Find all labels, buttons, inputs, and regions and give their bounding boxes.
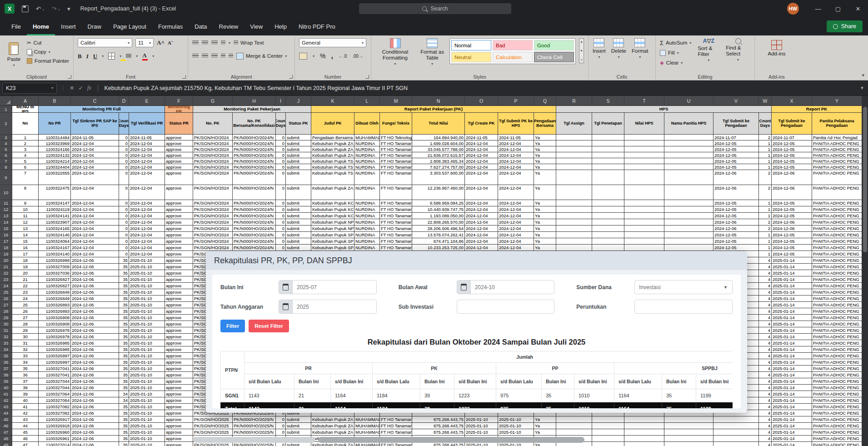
- cell-X16[interactable]: 2024-12-05: [772, 232, 812, 238]
- cell-V46[interactable]: [713, 423, 759, 429]
- cell-O45[interactable]: 2025-01-10: [465, 416, 498, 423]
- cell-X6[interactable]: 2024-12-05: [772, 152, 812, 158]
- cell-V7[interactable]: 2024-12-05: [713, 158, 759, 164]
- cell-F25[interactable]: approve: [165, 289, 193, 296]
- filter-input-tahun-anggaran[interactable]: 2025: [279, 300, 377, 314]
- cell-C14[interactable]: 2024-12-04: [71, 219, 119, 226]
- cell-A44[interactable]: 42: [12, 410, 39, 416]
- cell-J18[interactable]: submit: [286, 245, 311, 251]
- cell-U5[interactable]: [664, 146, 713, 152]
- cell-X26[interactable]: 2025-01-14: [772, 296, 812, 302]
- cell-C17[interactable]: 2024-12-04: [71, 238, 119, 245]
- cell-D10[interactable]: 0: [119, 185, 129, 200]
- cell-X8[interactable]: 2024-12-05: [772, 164, 812, 170]
- group-header[interactable]: Report PK: [772, 106, 862, 113]
- cell-W19[interactable]: 1: [759, 251, 772, 257]
- cell-K18[interactable]: Kebutuhan Pupuk SP: [311, 245, 354, 251]
- cell-L45[interactable]: MUHAMMAD: [354, 416, 380, 423]
- cell-A37[interactable]: 35: [12, 366, 39, 372]
- row-header-34[interactable]: 34: [0, 346, 12, 353]
- cell-Y28[interactable]: PANITIA ADHOC PENG: [812, 308, 862, 315]
- cell-Y9[interactable]: PANITIA ADHOC PENG: [812, 170, 862, 185]
- cell-C34[interactable]: 2024-12-06: [71, 346, 119, 353]
- cell-N12[interactable]: 10.440.939.747,75: [412, 206, 465, 213]
- row-header-18[interactable]: 18: [0, 245, 12, 251]
- cell-N5[interactable]: 33.045.577.788,00: [412, 146, 465, 152]
- copy-button[interactable]: Copy ▾: [27, 47, 69, 56]
- row-header-48[interactable]: 48: [0, 436, 12, 442]
- header-cell-Y[interactable]: Panitia Pelaksana Pengadaan: [812, 113, 862, 135]
- cell-L8[interactable]: NURDINA: [354, 164, 380, 170]
- row-header-19[interactable]: 19: [0, 251, 12, 257]
- cell-F30[interactable]: approve: [165, 321, 193, 327]
- cell-F39[interactable]: approve: [165, 378, 193, 385]
- cell-C31[interactable]: 2024-12-06: [71, 327, 119, 334]
- cell-F19[interactable]: approve: [165, 251, 193, 257]
- cell-P8[interactable]: 2024-12-04: [498, 164, 534, 170]
- cell-B11[interactable]: 1100324147: [39, 200, 71, 206]
- comma-style-button[interactable]: ,: [331, 52, 333, 60]
- cell-C37[interactable]: 2024-12-06: [71, 366, 119, 372]
- wrap-text-button[interactable]: Wrap Text: [234, 38, 264, 47]
- cell-I16[interactable]: 0: [276, 232, 286, 238]
- column-header-Y[interactable]: Y: [812, 96, 862, 106]
- underline-button[interactable]: U: [93, 53, 97, 60]
- cell-S9[interactable]: [592, 170, 624, 185]
- cell-M10[interactable]: FT HO Tanaman: [380, 185, 412, 200]
- row-header-46[interactable]: 46: [0, 423, 12, 429]
- cell-V3[interactable]: 2024-11-07: [713, 135, 759, 140]
- cell-I46[interactable]: 0: [276, 423, 286, 429]
- cell-M15[interactable]: FT HO Tanaman: [380, 226, 412, 232]
- cell-L16[interactable]: NURDINA: [354, 232, 380, 238]
- cell-X15[interactable]: 2024-12-06: [772, 226, 812, 232]
- cell-Q4[interactable]: Ya: [534, 140, 556, 146]
- cell-W36[interactable]: 4: [759, 359, 772, 366]
- cell-A12[interactable]: 10: [12, 206, 39, 213]
- cell-H3[interactable]: PK/N000/HO/2024/N: [233, 135, 276, 140]
- cell-E10[interactable]: 2024-12-04: [129, 185, 165, 200]
- row-header-42[interactable]: 42: [0, 397, 12, 404]
- cell-D48[interactable]: 35: [119, 436, 129, 442]
- header-cell-F[interactable]: Status PR: [165, 113, 193, 135]
- cell-V5[interactable]: 2024-12-05: [713, 146, 759, 152]
- cell-S16[interactable]: [592, 232, 624, 238]
- cell-C10[interactable]: 2024-12-04: [71, 185, 119, 200]
- tab-help[interactable]: Help: [269, 17, 293, 35]
- cell-E34[interactable]: 2025-01-10: [129, 346, 165, 353]
- cell-E47[interactable]: 2025-01-10: [129, 429, 165, 436]
- cell-S17[interactable]: [592, 238, 624, 245]
- cell-Q9[interactable]: Ya: [534, 170, 556, 185]
- cell-X4[interactable]: 2024-12-05: [772, 140, 812, 146]
- cell-W44[interactable]: 4: [759, 410, 772, 416]
- cell-D24[interactable]: 35: [119, 283, 129, 289]
- cell-U11[interactable]: [664, 200, 713, 206]
- cell-Q47[interactable]: Ya: [534, 429, 556, 436]
- cell-U48[interactable]: [664, 436, 713, 442]
- cell-B34[interactable]: 1100326985: [39, 346, 71, 353]
- cell-M14[interactable]: FT HO Tanaman: [380, 219, 412, 226]
- cell-V45[interactable]: [713, 416, 759, 423]
- cell-P12[interactable]: 2024-12-04: [498, 206, 534, 213]
- cell-E29[interactable]: 2025-01-10: [129, 315, 165, 321]
- cell-P5[interactable]: 2024-12-04: [498, 146, 534, 152]
- cell-E44[interactable]: 2025-01-10: [129, 410, 165, 416]
- cell-O5[interactable]: 2024-12-04: [465, 146, 498, 152]
- cell-A7[interactable]: 5: [12, 158, 39, 164]
- merge-center-button[interactable]: Merge & Center▾: [236, 51, 287, 60]
- cell-L9[interactable]: NURDINA: [354, 170, 380, 185]
- cell-Q3[interactable]: Ya: [534, 135, 556, 140]
- cell-C3[interactable]: 2024-11-05: [71, 135, 119, 140]
- cell-F6[interactable]: approve: [165, 152, 193, 158]
- cell-F11[interactable]: approve: [165, 200, 193, 206]
- increase-decimal-button[interactable]: ←.0: [339, 54, 347, 59]
- cell-Y17[interactable]: PANITIA ADHOC PENG: [812, 238, 862, 245]
- cell-Y37[interactable]: PANITIA ADHOC PENG: [812, 366, 862, 372]
- row-header-31[interactable]: 31: [0, 327, 12, 334]
- cell-A20[interactable]: 18: [12, 257, 39, 264]
- cell-T12[interactable]: [624, 206, 664, 213]
- cell-A35[interactable]: 33: [12, 353, 39, 359]
- cell-J47[interactable]: submit: [286, 429, 311, 436]
- header-cell-N[interactable]: Total Nilai: [412, 113, 465, 135]
- cell-L14[interactable]: NURDINA: [354, 219, 380, 226]
- cell-R13[interactable]: [556, 213, 592, 219]
